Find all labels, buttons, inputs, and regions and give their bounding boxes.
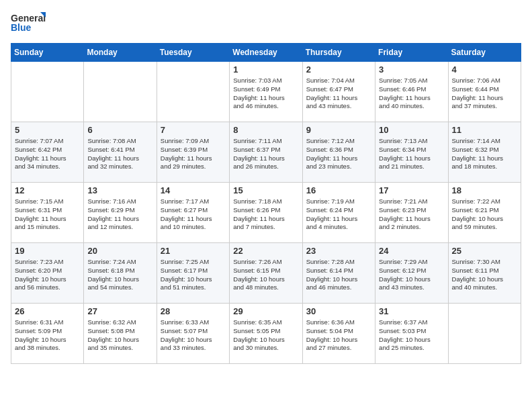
calendar-cell: 16Sunrise: 7:19 AM Sunset: 6:24 PM Dayli…	[302, 183, 375, 243]
day-number: 10	[379, 125, 444, 135]
calendar-cell: 19Sunrise: 7:23 AM Sunset: 6:20 PM Dayli…	[11, 243, 84, 304]
day-number: 18	[452, 185, 517, 195]
calendar-cell: 5Sunrise: 7:07 AM Sunset: 6:42 PM Daylig…	[11, 122, 84, 183]
day-number: 11	[452, 125, 517, 135]
calendar-cell: 11Sunrise: 7:14 AM Sunset: 6:32 PM Dayli…	[448, 122, 521, 183]
day-info: Sunrise: 6:36 AM Sunset: 5:04 PM Dayligh…	[306, 318, 371, 353]
day-number: 9	[306, 125, 371, 135]
day-info: Sunrise: 7:23 AM Sunset: 6:20 PM Dayligh…	[15, 258, 80, 292]
calendar-cell: 2Sunrise: 7:04 AM Sunset: 6:47 PM Daylig…	[302, 62, 375, 122]
calendar-cell: 7Sunrise: 7:09 AM Sunset: 6:39 PM Daylig…	[157, 122, 229, 183]
calendar-cell: 15Sunrise: 7:18 AM Sunset: 6:26 PM Dayli…	[230, 183, 302, 243]
calendar-cell: 12Sunrise: 7:15 AM Sunset: 6:31 PM Dayli…	[11, 183, 84, 243]
calendar-cell: 26Sunrise: 6:31 AM Sunset: 5:09 PM Dayli…	[11, 304, 84, 364]
day-info: Sunrise: 7:21 AM Sunset: 6:23 PM Dayligh…	[379, 197, 444, 232]
day-info: Sunrise: 7:22 AM Sunset: 6:21 PM Dayligh…	[452, 197, 517, 232]
weekday-header-friday: Friday	[375, 44, 448, 62]
calendar-cell: 9Sunrise: 7:12 AM Sunset: 6:36 PM Daylig…	[302, 122, 375, 183]
calendar-cell: 18Sunrise: 7:22 AM Sunset: 6:21 PM Dayli…	[448, 183, 521, 243]
day-number: 25	[452, 246, 517, 256]
day-info: Sunrise: 7:06 AM Sunset: 6:44 PM Dayligh…	[452, 77, 517, 111]
calendar-cell: 21Sunrise: 7:25 AM Sunset: 6:17 PM Dayli…	[157, 243, 229, 304]
day-number: 17	[379, 185, 444, 195]
weekday-header-tuesday: Tuesday	[157, 44, 229, 62]
day-number: 8	[233, 125, 298, 135]
calendar-table: SundayMondayTuesdayWednesdayThursdayFrid…	[11, 43, 521, 364]
day-number: 30	[306, 306, 371, 316]
calendar-cell: 14Sunrise: 7:17 AM Sunset: 6:27 PM Dayli…	[157, 183, 229, 243]
day-number: 15	[233, 185, 298, 195]
calendar-cell: 8Sunrise: 7:11 AM Sunset: 6:37 PM Daylig…	[230, 122, 302, 183]
weekday-header-wednesday: Wednesday	[230, 44, 302, 62]
calendar-cell: 22Sunrise: 7:26 AM Sunset: 6:15 PM Dayli…	[230, 243, 302, 304]
day-number: 1	[233, 64, 298, 75]
calendar-cell	[157, 62, 229, 122]
calendar-cell: 6Sunrise: 7:08 AM Sunset: 6:41 PM Daylig…	[84, 122, 157, 183]
calendar-cell: 27Sunrise: 6:32 AM Sunset: 5:08 PM Dayli…	[84, 304, 157, 364]
weekday-header-sunday: Sunday	[11, 44, 84, 62]
day-info: Sunrise: 7:04 AM Sunset: 6:47 PM Dayligh…	[306, 77, 371, 111]
day-info: Sunrise: 7:03 AM Sunset: 6:49 PM Dayligh…	[233, 77, 298, 111]
day-number: 26	[15, 306, 80, 316]
day-number: 23	[306, 246, 371, 256]
day-number: 16	[306, 185, 371, 195]
weekday-header-thursday: Thursday	[302, 44, 375, 62]
day-info: Sunrise: 6:32 AM Sunset: 5:08 PM Dayligh…	[87, 318, 152, 353]
day-number: 4	[452, 64, 517, 75]
day-info: Sunrise: 6:37 AM Sunset: 5:03 PM Dayligh…	[379, 318, 444, 353]
day-number: 22	[233, 246, 298, 256]
day-info: Sunrise: 7:11 AM Sunset: 6:37 PM Dayligh…	[233, 137, 298, 171]
day-info: Sunrise: 7:07 AM Sunset: 6:42 PM Dayligh…	[15, 137, 80, 171]
day-info: Sunrise: 6:31 AM Sunset: 5:09 PM Dayligh…	[15, 318, 80, 353]
day-info: Sunrise: 7:12 AM Sunset: 6:36 PM Dayligh…	[306, 137, 371, 171]
calendar-cell: 17Sunrise: 7:21 AM Sunset: 6:23 PM Dayli…	[375, 183, 448, 243]
day-info: Sunrise: 7:05 AM Sunset: 6:46 PM Dayligh…	[379, 77, 444, 111]
day-info: Sunrise: 7:25 AM Sunset: 6:17 PM Dayligh…	[161, 258, 226, 292]
weekday-header-monday: Monday	[84, 44, 157, 62]
calendar-cell: 30Sunrise: 6:36 AM Sunset: 5:04 PM Dayli…	[302, 304, 375, 364]
day-number: 20	[87, 246, 152, 256]
day-number: 14	[161, 185, 226, 195]
day-number: 29	[233, 306, 298, 316]
calendar-cell: 1Sunrise: 7:03 AM Sunset: 6:49 PM Daylig…	[230, 62, 302, 122]
calendar-cell: 25Sunrise: 7:30 AM Sunset: 6:11 PM Dayli…	[448, 243, 521, 304]
day-info: Sunrise: 7:29 AM Sunset: 6:12 PM Dayligh…	[379, 258, 444, 292]
day-number: 31	[379, 306, 444, 316]
day-number: 7	[161, 125, 226, 135]
logo-svg: General Blue	[11, 11, 46, 35]
day-info: Sunrise: 7:16 AM Sunset: 6:29 PM Dayligh…	[87, 197, 152, 232]
svg-text:Blue: Blue	[11, 22, 32, 33]
day-number: 6	[87, 125, 152, 135]
day-info: Sunrise: 6:35 AM Sunset: 5:05 PM Dayligh…	[233, 318, 298, 353]
day-info: Sunrise: 7:08 AM Sunset: 6:41 PM Dayligh…	[87, 137, 152, 171]
calendar-cell: 28Sunrise: 6:33 AM Sunset: 5:07 PM Dayli…	[157, 304, 229, 364]
calendar-cell: 4Sunrise: 7:06 AM Sunset: 6:44 PM Daylig…	[448, 62, 521, 122]
day-info: Sunrise: 7:26 AM Sunset: 6:15 PM Dayligh…	[233, 258, 298, 292]
logo: General Blue	[11, 11, 46, 35]
calendar-cell: 20Sunrise: 7:24 AM Sunset: 6:18 PM Dayli…	[84, 243, 157, 304]
calendar-cell: 13Sunrise: 7:16 AM Sunset: 6:29 PM Dayli…	[84, 183, 157, 243]
day-number: 19	[15, 246, 80, 256]
day-info: Sunrise: 7:17 AM Sunset: 6:27 PM Dayligh…	[161, 197, 226, 232]
day-number: 3	[379, 64, 444, 75]
calendar-cell	[84, 62, 157, 122]
calendar-cell: 31Sunrise: 6:37 AM Sunset: 5:03 PM Dayli…	[375, 304, 448, 364]
day-info: Sunrise: 7:19 AM Sunset: 6:24 PM Dayligh…	[306, 197, 371, 232]
day-number: 21	[161, 246, 226, 256]
day-number: 27	[87, 306, 152, 316]
day-info: Sunrise: 7:15 AM Sunset: 6:31 PM Dayligh…	[15, 197, 80, 232]
day-info: Sunrise: 7:30 AM Sunset: 6:11 PM Dayligh…	[452, 258, 517, 292]
day-info: Sunrise: 7:18 AM Sunset: 6:26 PM Dayligh…	[233, 197, 298, 232]
calendar-cell: 24Sunrise: 7:29 AM Sunset: 6:12 PM Dayli…	[375, 243, 448, 304]
day-number: 13	[87, 185, 152, 195]
day-number: 12	[15, 185, 80, 195]
calendar-cell: 3Sunrise: 7:05 AM Sunset: 6:46 PM Daylig…	[375, 62, 448, 122]
page-header: General Blue	[11, 11, 521, 35]
day-info: Sunrise: 7:13 AM Sunset: 6:34 PM Dayligh…	[379, 137, 444, 171]
weekday-header-saturday: Saturday	[448, 44, 521, 62]
day-info: Sunrise: 6:33 AM Sunset: 5:07 PM Dayligh…	[161, 318, 226, 353]
day-number: 24	[379, 246, 444, 256]
day-number: 2	[306, 64, 371, 75]
day-info: Sunrise: 7:24 AM Sunset: 6:18 PM Dayligh…	[87, 258, 152, 292]
calendar-cell: 10Sunrise: 7:13 AM Sunset: 6:34 PM Dayli…	[375, 122, 448, 183]
